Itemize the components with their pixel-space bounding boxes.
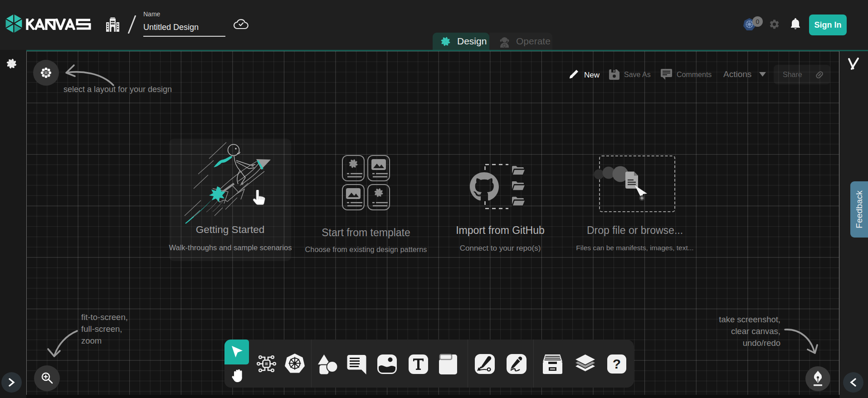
svg-text:?: ? [613,356,621,371]
